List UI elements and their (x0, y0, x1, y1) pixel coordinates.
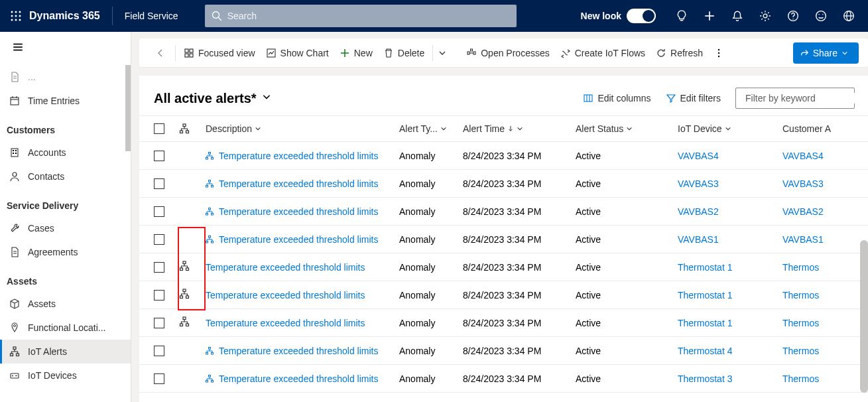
help-icon[interactable] (779, 0, 807, 32)
hierarchy-column-icon[interactable] (179, 123, 206, 134)
customer-asset-cell[interactable]: VAVBAS2 (782, 206, 836, 217)
column-alert-type[interactable]: Alert Ty... (399, 123, 463, 134)
table-row[interactable]: Temperature exceeded threshold limitsAno… (139, 253, 868, 281)
sidebar-item-contacts[interactable]: Contacts (0, 165, 131, 188)
module-name[interactable]: Field Service (125, 11, 178, 21)
customer-asset-cell[interactable]: Thermos (782, 262, 836, 273)
iot-device-cell[interactable]: Thermostat 1 (678, 290, 782, 301)
view-title[interactable]: All active alerts* (154, 91, 257, 106)
iot-device-cell[interactable]: VAVBAS1 (678, 234, 782, 245)
view-selector-chevron-icon[interactable] (262, 92, 271, 104)
sidebar-item-time-entries[interactable]: Time Entries (0, 89, 131, 113)
description-link[interactable]: Temperature exceeded threshold limits (206, 290, 365, 301)
iot-device-cell[interactable]: Thermostat 3 (678, 373, 782, 384)
filter-keyword-box[interactable] (735, 88, 855, 109)
iot-device-cell[interactable]: Thermostat 1 (678, 318, 782, 328)
description-link[interactable]: Temperature exceeded threshold limits (219, 346, 378, 356)
edit-columns-button[interactable]: Edit columns (583, 93, 651, 103)
table-row[interactable]: Temperature exceeded threshold limitsAno… (139, 309, 868, 337)
customer-asset-cell[interactable]: VAVBAS1 (782, 234, 836, 245)
customer-asset-cell[interactable]: Thermos (782, 346, 836, 356)
row-checkbox[interactable] (154, 206, 179, 217)
iot-device-cell[interactable]: VAVBAS3 (678, 178, 782, 189)
sidebar-item-truncated[interactable]: ... (0, 65, 131, 89)
row-checkbox[interactable] (154, 151, 179, 161)
iot-device-cell[interactable]: Thermostat 4 (678, 346, 782, 356)
show-chart-button[interactable]: Show Chart (266, 48, 329, 58)
row-checkbox[interactable] (154, 290, 179, 301)
description-link[interactable]: Temperature exceeded threshold limits (206, 262, 365, 273)
customer-asset-cell[interactable]: Thermos (782, 373, 836, 384)
description-cell[interactable]: Temperature exceeded threshold limits (206, 206, 399, 217)
description-link[interactable]: Temperature exceeded threshold limits (219, 178, 378, 189)
customer-asset-cell[interactable]: VAVBAS4 (782, 151, 836, 161)
focused-view-button[interactable]: Focused view (184, 48, 255, 58)
hierarchy-icon[interactable] (179, 316, 206, 329)
table-row[interactable]: Temperature exceeded threshold limitsAno… (139, 226, 868, 253)
iot-device-cell[interactable]: Thermostat 1 (678, 262, 782, 273)
settings-icon[interactable] (751, 0, 779, 32)
row-checkbox[interactable] (154, 346, 179, 356)
description-link[interactable]: Temperature exceeded threshold limits (219, 373, 378, 384)
description-cell[interactable]: Temperature exceeded threshold limits (206, 178, 399, 189)
description-cell[interactable]: Temperature exceeded threshold limits (206, 373, 399, 384)
sidebar-item-assets[interactable]: Assets (0, 292, 131, 316)
description-link[interactable]: Temperature exceeded threshold limits (219, 151, 378, 161)
description-cell[interactable]: Temperature exceeded threshold limits (206, 318, 399, 328)
lightbulb-icon[interactable] (668, 0, 696, 32)
filter-keyword-input[interactable] (745, 93, 861, 103)
add-icon[interactable] (696, 0, 723, 32)
row-checkbox[interactable] (154, 373, 179, 384)
column-iot-device[interactable]: IoT Device (678, 123, 782, 134)
description-cell[interactable]: Temperature exceeded threshold limits (206, 290, 399, 301)
app-launcher-icon[interactable] (5, 5, 27, 27)
table-row[interactable]: Temperature exceeded threshold limitsAno… (139, 337, 868, 365)
sidebar-item-agreements[interactable]: Agreements (0, 240, 131, 264)
delete-button[interactable]: Delete (383, 48, 424, 58)
sidebar-item-iot-alerts[interactable]: IoT Alerts (0, 340, 131, 364)
description-link[interactable]: Temperature exceeded threshold limits (219, 234, 378, 245)
new-look-toggle[interactable] (627, 9, 656, 23)
global-search[interactable] (205, 5, 517, 27)
search-input[interactable] (227, 11, 510, 21)
refresh-button[interactable]: Refresh (656, 48, 703, 58)
table-row[interactable]: Temperature exceeded threshold limitsAno… (139, 142, 868, 170)
column-alert-status[interactable]: Alert Status (576, 123, 678, 134)
customer-asset-cell[interactable]: VAVBAS3 (782, 178, 836, 189)
row-checkbox[interactable] (154, 234, 179, 245)
sidebar-item-functional-locations[interactable]: Functional Locati... (0, 316, 131, 340)
sidebar-item-iot-devices[interactable]: IoT Devices (0, 364, 131, 387)
customer-asset-cell[interactable]: Thermos (782, 290, 836, 301)
table-row[interactable]: Temperature exceeded threshold limitsAno… (139, 365, 868, 393)
grid-scrollbar[interactable] (860, 240, 868, 393)
description-cell[interactable]: Temperature exceeded threshold limits (206, 151, 399, 161)
hamburger-icon[interactable] (0, 32, 131, 65)
customer-asset-cell[interactable]: Thermos (782, 318, 836, 328)
edit-filters-button[interactable]: Edit filters (666, 93, 721, 103)
column-customer-asset[interactable]: Customer A (782, 123, 836, 134)
iot-device-cell[interactable]: VAVBAS2 (678, 206, 782, 217)
notifications-icon[interactable] (723, 0, 751, 32)
sidebar-item-cases[interactable]: Cases (0, 216, 131, 240)
description-link[interactable]: Temperature exceeded threshold limits (206, 318, 365, 328)
column-description[interactable]: Description (206, 123, 399, 134)
row-checkbox[interactable] (154, 262, 179, 273)
row-checkbox[interactable] (154, 318, 179, 328)
table-row[interactable]: Temperature exceeded threshold limitsAno… (139, 198, 868, 226)
description-cell[interactable]: Temperature exceeded threshold limits (206, 346, 399, 356)
sidebar-item-accounts[interactable]: Accounts (0, 141, 131, 165)
sidebar-scrollbar[interactable] (125, 65, 131, 151)
description-cell[interactable]: Temperature exceeded threshold limits (206, 262, 399, 273)
globe-icon[interactable] (835, 0, 863, 32)
new-button[interactable]: New (340, 48, 373, 58)
iot-device-cell[interactable]: VAVBAS4 (678, 151, 782, 161)
share-button[interactable]: Share (793, 42, 859, 64)
description-link[interactable]: Temperature exceeded threshold limits (219, 206, 378, 217)
description-cell[interactable]: Temperature exceeded threshold limits (206, 234, 399, 245)
more-commands-icon[interactable] (713, 48, 728, 58)
create-iot-flows-button[interactable]: Create IoT Flows (560, 48, 645, 58)
feedback-icon[interactable] (807, 0, 835, 32)
column-alert-time[interactable]: Alert Time (463, 123, 576, 134)
open-processes-button[interactable]: Open Processes (466, 48, 550, 58)
table-row[interactable]: Temperature exceeded threshold limitsAno… (139, 170, 868, 198)
